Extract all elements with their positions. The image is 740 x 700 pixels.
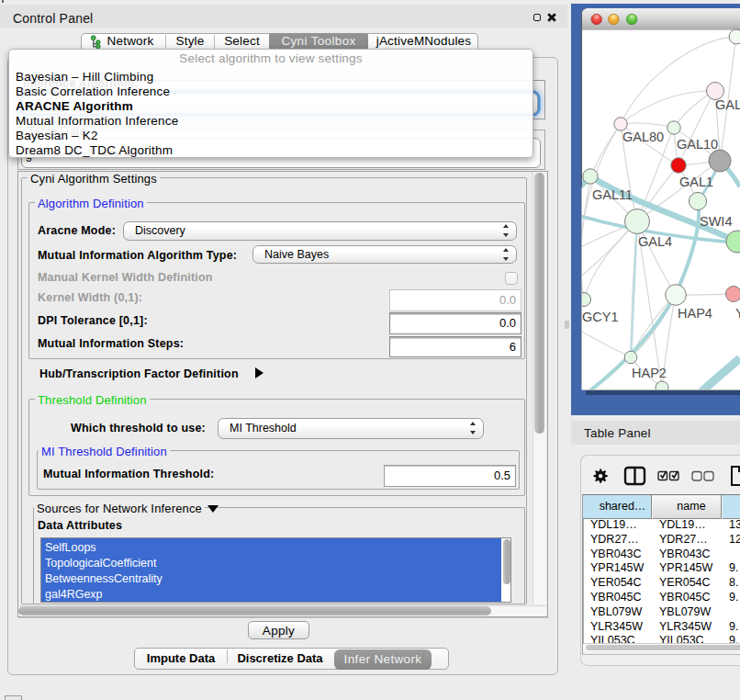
svg-text:GCY1: GCY1 (582, 310, 619, 324)
svg-text:GAL7: GAL7 (715, 97, 740, 112)
svg-text:HAP4: HAP4 (678, 306, 712, 321)
svg-text:GAL4: GAL4 (638, 234, 672, 249)
svg-text:GAL80: GAL80 (622, 130, 664, 144)
svg-text:GAL1: GAL1 (679, 175, 713, 189)
svg-text:GAL10: GAL10 (677, 137, 718, 152)
svg-text:SWI4: SWI4 (700, 214, 732, 229)
svg-text:Y: Y (735, 306, 740, 321)
svg-text:HAP2: HAP2 (632, 366, 667, 380)
svg-text:GAL11: GAL11 (592, 187, 633, 202)
